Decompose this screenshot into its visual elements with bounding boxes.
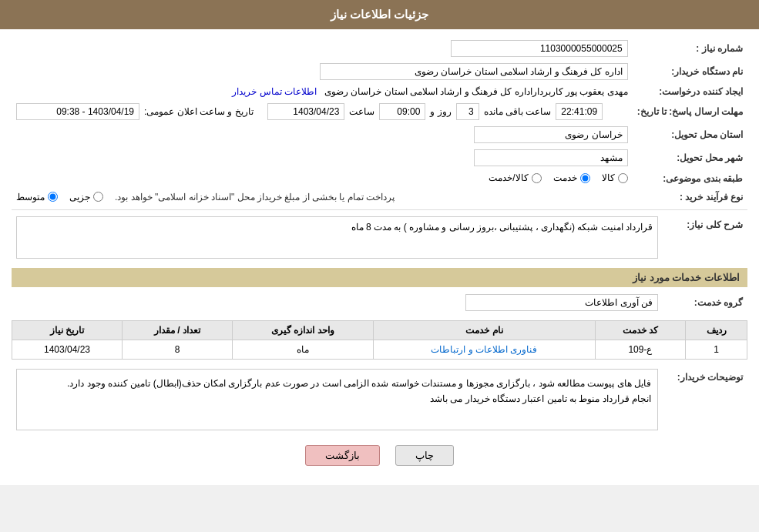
remaining-value: 22:41:09 [556, 103, 603, 120]
cell-unit: ماه [232, 340, 373, 359]
niyaz-number-label: شماره نیاز : [633, 37, 747, 60]
col-header-date: تاریخ نیاز [12, 320, 123, 340]
subject-option-khedmat[interactable]: خدمت [553, 172, 590, 183]
send-date-value: 1403/04/23 [267, 103, 344, 120]
subject-label: طبقه بندی موضوعی: [633, 169, 747, 189]
buyer-notes-value: فایل های پیوست مطالعه شود ، بارگزاری مجو… [16, 369, 658, 430]
send-day-value: 3 [456, 103, 479, 120]
cell-code: ع-109 [595, 340, 686, 359]
city-value: مشهد [474, 149, 628, 166]
cell-name: فناوری اطلاعات و ارتباطات [374, 340, 596, 359]
action-buttons: چاپ بازگشت [12, 445, 747, 466]
province-value: خراسان رضوی [474, 126, 628, 143]
city-label: شهر محل تحویل: [633, 146, 747, 169]
send-time-label: ساعت [349, 106, 374, 117]
contact-link[interactable]: اطلاعات تماس خریدار [232, 86, 317, 97]
table-row: 1 ع-109 فناوری اطلاعات و ارتباطات ماه 8 … [12, 340, 747, 359]
send-date-label: مهلت ارسال پاسخ: تا تاریخ: [633, 100, 747, 123]
cell-count: 8 [123, 340, 233, 359]
announce-label: تاریخ و ساعت اعلان عمومی: [144, 106, 254, 117]
col-header-unit: واحد اندازه گیری [232, 320, 373, 340]
col-header-row: ردیف [686, 320, 747, 340]
col-header-count: تعداد / مقدار [123, 320, 233, 340]
announce-value: 1403/04/19 - 09:38 [16, 103, 139, 120]
need-summary-value: قرارداد امنیت شبکه (نگهداری ، پشتیبانی ،… [351, 222, 653, 233]
service-group-value: فن آوری اطلاعات [465, 294, 658, 311]
process-option-motavasset[interactable]: متوسط [16, 192, 58, 202]
buyer-org-label: نام دستگاه خریدار: [633, 60, 747, 83]
process-description: پرداخت تمام یا بخشی از مبلغ خریداز محل "… [115, 192, 395, 202]
process-radio-group: جزیی متوسط [16, 192, 103, 202]
page-title: جزئیات اطلاعات نیاز [0, 0, 759, 29]
need-summary-label: شرح کلی نیاز: [663, 213, 747, 262]
col-header-name: نام خدمت [374, 320, 596, 340]
send-time-value: 09:00 [379, 103, 425, 120]
cell-row: 1 [686, 340, 747, 359]
services-section-title: اطلاعات خدمات مورد نیاز [12, 268, 747, 287]
send-day-label: روز و [430, 106, 451, 117]
subject-option-kala[interactable]: کالا [602, 172, 628, 183]
subject-option-kala-khedmat[interactable]: کالا/خدمت [489, 172, 541, 183]
back-button[interactable]: بازگشت [305, 445, 380, 466]
subject-radio-group: کالا خدمت کالا/خدمت [489, 172, 627, 183]
creator-value: مهدی یعقوب پور کاربرداراداره کل فرهنگ و … [324, 86, 628, 97]
cell-date: 1403/04/23 [12, 340, 123, 359]
col-header-code: کد خدمت [595, 320, 686, 340]
niyaz-number-value: 1103000055000025 [451, 40, 628, 57]
buyer-notes-label: توضیحات خریدار: [663, 366, 747, 433]
service-group-label: گروه خدمت: [663, 291, 747, 314]
creator-label: ایجاد کننده درخواست: [633, 83, 747, 100]
buyer-org-value: اداره کل فرهنگ و ارشاد اسلامی استان خراس… [320, 63, 628, 80]
services-table: ردیف کد خدمت نام خدمت واحد اندازه گیری ت… [12, 320, 747, 360]
process-label: نوع فرآیند خرید : [633, 189, 747, 206]
print-button[interactable]: چاپ [395, 445, 454, 466]
remaining-label: ساعت باقی مانده [484, 106, 552, 117]
province-label: استان محل تحویل: [633, 123, 747, 146]
process-option-jozyi[interactable]: جزیی [69, 192, 103, 202]
